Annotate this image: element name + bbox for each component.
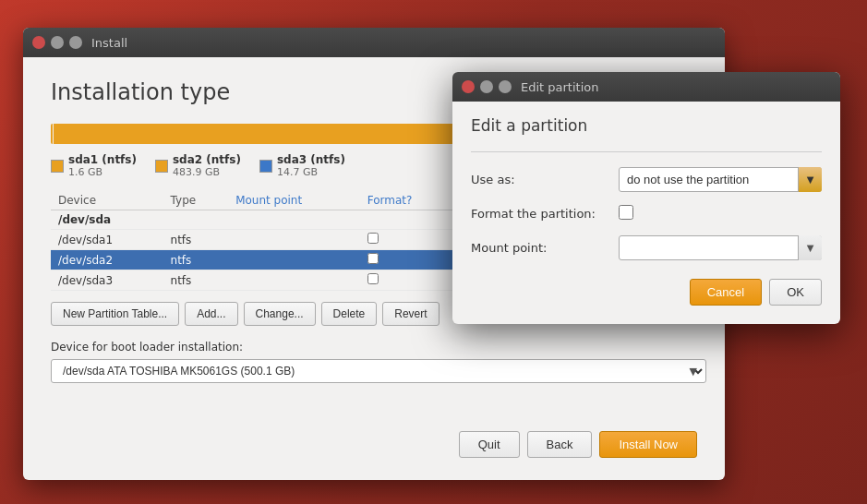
legend-size-sda1: 1.6 GB <box>68 166 137 178</box>
legend-name-sda3: sda3 (ntfs) <box>277 153 345 166</box>
cell-type-sda1: ntfs <box>163 230 229 250</box>
dialog-divider <box>471 151 822 152</box>
change-button[interactable]: Change... <box>244 302 316 326</box>
dialog-button-row: Cancel OK <box>471 279 822 306</box>
dialog-minimize-button[interactable] <box>480 80 493 93</box>
boot-loader-label: Device for boot loader installation: <box>51 341 697 354</box>
cancel-button[interactable]: Cancel <box>690 279 762 306</box>
legend-label-sda3: sda3 (ntfs) 14.7 GB <box>277 153 345 178</box>
col-type: Type <box>163 191 229 210</box>
dialog-maximize-button[interactable] <box>499 80 512 93</box>
use-as-select[interactable]: do not use the partition Ext4 journaling… <box>619 167 822 192</box>
cell-type-sda3: ntfs <box>163 270 229 291</box>
use-as-label: Use as: <box>471 173 619 186</box>
cell-mount-sda2 <box>228 250 360 270</box>
edit-partition-dialog: Edit partition Edit a partition Use as: … <box>452 72 840 324</box>
format-partition-control <box>619 205 822 222</box>
ok-button[interactable]: OK <box>769 279 822 306</box>
boot-loader-row: /dev/sda ATA TOSHIBA MK5061GS (500.1 GB)… <box>51 359 697 383</box>
col-mount: Mount point <box>228 191 360 210</box>
minimize-button[interactable] <box>51 36 64 49</box>
quit-button[interactable]: Quit <box>459 431 520 458</box>
cell-mount-sda1 <box>228 230 360 250</box>
mount-point-select-wrapper: / /boot /home /tmp ▼ <box>619 235 822 260</box>
cell-device-sda1: /dev/sda1 <box>51 230 163 250</box>
use-as-row: Use as: do not use the partition Ext4 jo… <box>471 167 822 192</box>
legend-sda2: sda2 (ntfs) 483.9 GB <box>155 153 241 178</box>
cell-format-sda3[interactable] <box>360 270 457 291</box>
cell-format-sda1[interactable] <box>360 230 457 250</box>
legend-size-sda2: 483.9 GB <box>173 166 241 178</box>
legend-name-sda1: sda1 (ntfs) <box>68 153 137 166</box>
cell-type-sda2: ntfs <box>163 250 229 270</box>
cell-device-sda3: /dev/sda3 <box>51 270 163 291</box>
legend-color-sda2 <box>155 160 168 173</box>
format-checkbox-sda3[interactable] <box>367 273 379 284</box>
new-partition-table-button[interactable]: New Partition Table... <box>51 302 179 326</box>
back-button[interactable]: Back <box>527 431 593 458</box>
legend-color-sda1 <box>51 160 64 173</box>
dialog-close-button[interactable] <box>462 80 475 93</box>
col-format: Format? <box>360 191 457 210</box>
use-as-control: do not use the partition Ext4 journaling… <box>619 167 822 192</box>
dialog-heading: Edit a partition <box>471 116 822 135</box>
cell-format-sda2[interactable] <box>360 250 457 270</box>
close-button[interactable] <box>32 36 45 49</box>
dialog-content: Edit a partition Use as: do not use the … <box>452 102 840 324</box>
install-now-button[interactable]: Install Now <box>599 431 697 458</box>
delete-button[interactable]: Delete <box>321 302 378 326</box>
mount-point-row: Mount point: / /boot /home /tmp ▼ <box>471 235 822 260</box>
legend-name-sda2: sda2 (ntfs) <box>173 153 241 166</box>
format-partition-label: Format the partition: <box>471 207 619 221</box>
legend-sda1: sda1 (ntfs) 1.6 GB <box>51 153 137 178</box>
window-title: Install <box>91 36 127 50</box>
legend-size-sda3: 14.7 GB <box>277 166 345 178</box>
legend-sda3: sda3 (ntfs) 14.7 GB <box>259 153 345 178</box>
mount-point-select[interactable]: / /boot /home /tmp <box>619 235 822 260</box>
use-as-select-wrapper: do not use the partition Ext4 journaling… <box>619 167 822 192</box>
format-checkbox-sda1[interactable] <box>367 233 379 244</box>
main-titlebar: Install <box>23 28 725 57</box>
revert-button[interactable]: Revert <box>382 302 439 326</box>
bottom-button-row: Quit Back Install Now <box>51 422 697 458</box>
dialog-title: Edit partition <box>521 80 598 94</box>
mount-point-label: Mount point: <box>471 241 619 255</box>
add-button[interactable]: Add... <box>185 302 237 326</box>
cell-device-sda2: /dev/sda2 <box>51 250 163 270</box>
legend-label-sda1: sda1 (ntfs) 1.6 GB <box>68 153 137 178</box>
cell-mount-sda3 <box>228 270 360 291</box>
maximize-button[interactable] <box>69 36 82 49</box>
legend-color-sda3 <box>259 160 272 173</box>
format-partition-checkbox[interactable] <box>619 205 633 220</box>
legend-label-sda2: sda2 (ntfs) 483.9 GB <box>173 153 241 178</box>
boot-loader-select[interactable]: /dev/sda ATA TOSHIBA MK5061GS (500.1 GB) <box>51 359 706 383</box>
col-device: Device <box>51 191 163 210</box>
dialog-titlebar: Edit partition <box>452 72 840 102</box>
format-partition-row: Format the partition: <box>471 205 822 222</box>
format-checkbox-sda2[interactable] <box>367 253 379 264</box>
mount-point-control: / /boot /home /tmp ▼ <box>619 235 822 260</box>
